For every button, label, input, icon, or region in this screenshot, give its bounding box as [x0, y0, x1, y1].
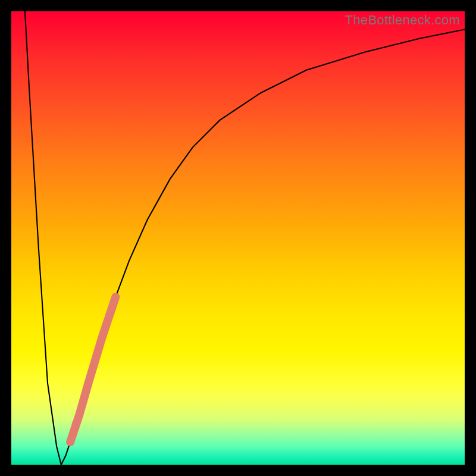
bottleneck-curve — [25, 11, 465, 465]
curve-svg — [11, 11, 465, 465]
plot-area: TheBottleneck.com — [11, 11, 465, 465]
highlight-dot — [72, 421, 78, 427]
highlight-segment — [70, 297, 115, 442]
highlight-dot — [69, 435, 74, 440]
chart-frame: TheBottleneck.com — [0, 0, 476, 476]
